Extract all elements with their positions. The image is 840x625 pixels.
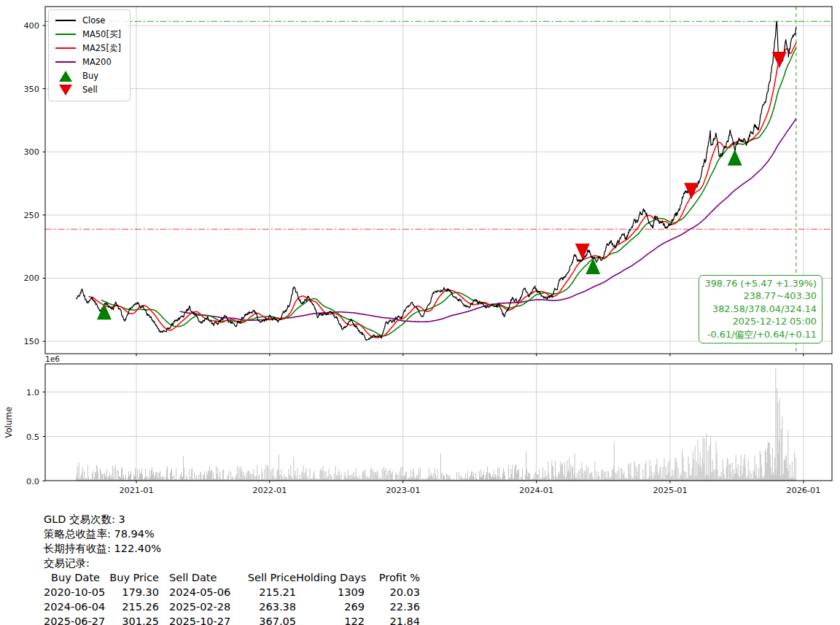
trades-header-cell: Sell Date (159, 570, 239, 585)
buy-marker (586, 258, 600, 274)
legend-line-swatch (55, 34, 76, 36)
legend-line-swatch (55, 20, 76, 22)
legend-item-ma25: MA25[卖] (55, 42, 121, 54)
buy-triangle-icon (55, 71, 76, 82)
price-tick-label: 200 (23, 273, 39, 283)
trade-record-cell: 215.26 (106, 599, 159, 614)
price-tick-label: 300 (23, 147, 39, 157)
legend-item-label: MA50[买] (82, 29, 121, 39)
stats-block: GLD 交易次数: 3 策略总收益率: 78.94% 长期持有收益: 122.4… (44, 512, 420, 625)
volume-multiplier-label: 1e6 (45, 354, 60, 363)
price-tick-label: 350 (23, 85, 39, 94)
legend-line-swatch (55, 61, 76, 63)
sell-triangle-icon (55, 85, 76, 96)
sell-marker (772, 52, 787, 68)
legend-item-buy: Buy (55, 70, 121, 82)
x-tick-label: 2024-01 (519, 486, 553, 495)
annotation-ma-values: 382.58/378.04/324.14 (705, 303, 817, 315)
legend-item-close: Close (55, 15, 121, 26)
volume-bars (76, 368, 796, 481)
x-tick-label: 2026-01 (786, 486, 820, 495)
annotation-last-price: 398.76 (+5.47 +1.39%) (705, 277, 817, 290)
stat-buyhold-return: 长期持有收益: 122.40% (44, 541, 420, 556)
gridlines (45, 7, 832, 481)
legend-item-label: MA200 (82, 57, 112, 67)
legend-item-label: Close (82, 15, 105, 26)
legend-item-label: MA25[卖] (82, 43, 121, 53)
price-tick-label: 150 (23, 337, 39, 346)
trade-record-cell: 122 (296, 614, 365, 625)
legend-item-sell: Sell (55, 84, 121, 96)
trade-record-cell: 20.03 (365, 585, 420, 599)
volume-tick-label: 0.5 (26, 432, 39, 442)
trade-record-cell: 22.36 (365, 599, 420, 614)
trade-record-cell: 2020-10-05 (44, 585, 106, 599)
stat-trade-count: GLD 交易次数: 3 (44, 512, 420, 527)
chart-legend: CloseMA50[买]MA25[卖]MA200BuySell (48, 9, 131, 101)
legend-item-label: Buy (82, 71, 98, 81)
trade-record-cell: 301.25 (106, 614, 159, 625)
x-tick-label: 2022-01 (252, 486, 287, 495)
close-line (76, 21, 796, 340)
trades-header-cell: Buy Date (44, 570, 106, 585)
trade-record-row: 2024-06-04215.262025-02-28263.3826922.36 (44, 599, 420, 614)
trade-record-cell: 2025-02-28 (159, 599, 239, 614)
annotation-datetime: 2025-12-12 05:00 (705, 315, 817, 327)
trades-header-cell: Buy Price (106, 570, 159, 585)
quote-annotation: 398.76 (+5.47 +1.39%) 238.77~403.30 382.… (699, 275, 823, 343)
stat-strategy-return: 策略总收益率: 78.94% (44, 527, 420, 541)
volume-axis-label: Volume (4, 407, 14, 438)
annotation-signal: -0.61/偏空/+0.64/+0.11 (705, 328, 817, 341)
price-tick-label: 250 (23, 211, 39, 220)
trades-header-cell: Profit % (365, 570, 420, 585)
trade-record-cell: 263.38 (239, 599, 296, 614)
trade-markers (97, 52, 787, 319)
trade-record-cell: 215.21 (239, 585, 296, 599)
x-tick-label: 2023-01 (386, 486, 420, 495)
legend-item-label: Sell (82, 85, 98, 95)
x-tick-label: 2021-01 (119, 486, 153, 495)
legend-item-ma50: MA50[买] (55, 28, 121, 40)
trade-record-cell: 1309 (296, 585, 365, 599)
trade-record-cell: 2024-05-06 (159, 585, 239, 599)
trades-table: Buy DateBuy PriceSell DateSell PriceHold… (44, 570, 420, 625)
stat-records-label: 交易记录: (44, 556, 420, 570)
trade-record-cell: 2025-10-27 (159, 614, 239, 625)
trade-record-cell: 179.30 (106, 585, 159, 599)
trade-record-cell: 269 (296, 599, 365, 614)
sell-marker (684, 183, 699, 199)
volume-tick-label: 0.0 (26, 477, 39, 486)
trade-record-cell: 2024-06-04 (44, 599, 106, 614)
trade-record-row: 2025-06-27301.252025-10-27367.0512221.84 (44, 614, 420, 625)
trade-record-cell: 21.84 (365, 614, 420, 625)
volume-tick-label: 1.0 (26, 388, 39, 397)
annotation-range: 238.77~403.30 (705, 290, 817, 302)
x-tick-label: 2025-01 (653, 486, 687, 495)
figure: 2021-012022-012023-012024-012025-012026-… (0, 0, 840, 625)
trades-table-header: Buy DateBuy PriceSell DateSell PriceHold… (44, 570, 420, 585)
trade-record-cell: 2025-06-27 (44, 614, 106, 625)
legend-line-swatch (55, 47, 76, 50)
trade-record-row: 2020-10-05179.302024-05-06215.21130920.0… (44, 585, 420, 599)
trade-record-cell: 367.05 (239, 614, 296, 625)
price-tick-label: 400 (23, 21, 39, 31)
legend-item-ma200: MA200 (55, 56, 121, 68)
trades-header-cell: Sell Price (239, 570, 296, 585)
trades-header-cell: Holding Days (296, 570, 365, 585)
